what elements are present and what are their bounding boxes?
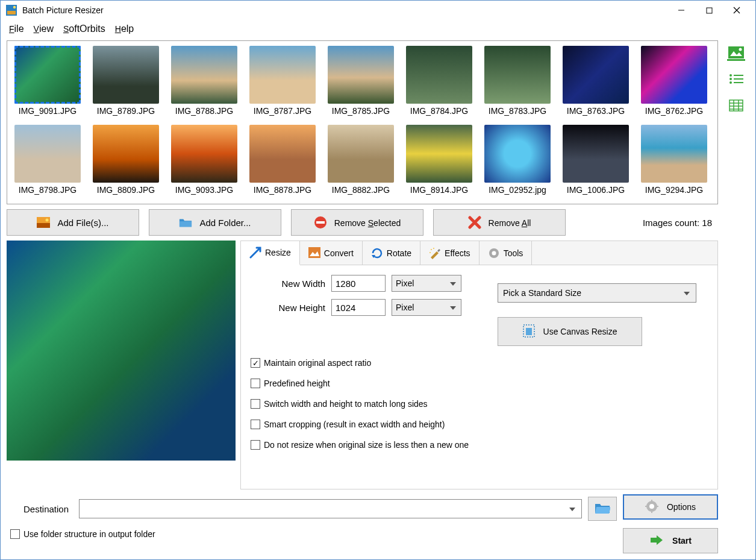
svg-rect-27 xyxy=(656,506,658,507)
resize-icon xyxy=(249,247,261,259)
svg-point-17 xyxy=(430,252,431,253)
tab-convert[interactable]: Convert xyxy=(300,241,363,265)
thumbnail-item[interactable]: IMG_8783.JPG xyxy=(482,46,553,120)
thumbnail-image xyxy=(93,46,159,104)
thumbnail-item[interactable]: IMG_02952.jpg xyxy=(482,125,553,199)
thumbnail-label: IMG_8783.JPG xyxy=(489,106,547,116)
svg-rect-35 xyxy=(734,78,743,80)
new-height-input[interactable] xyxy=(331,299,386,316)
menu-view[interactable]: View xyxy=(34,24,54,34)
thumbnail-image xyxy=(641,46,707,104)
tab-effects[interactable]: Effects xyxy=(420,241,480,265)
thumbnail-label: IMG_8762.JPG xyxy=(645,106,704,116)
folder-structure-checkbox[interactable] xyxy=(10,529,20,539)
app-icon xyxy=(5,4,17,16)
close-button[interactable] xyxy=(723,1,751,19)
view-list-button[interactable] xyxy=(727,72,745,87)
thumbnail-label: IMG_8787.JPG xyxy=(254,106,312,116)
svg-rect-1 xyxy=(7,11,16,14)
chk-predef-checkbox[interactable] xyxy=(251,379,260,388)
thumbnail-item[interactable]: IMG_8762.JPG xyxy=(639,46,710,120)
svg-point-16 xyxy=(433,248,434,249)
thumbnail-grid[interactable]: IMG_9091.JPGIMG_8789.JPGIMG_8788.JPGIMG_… xyxy=(7,40,718,204)
svg-rect-12 xyxy=(308,247,320,258)
destination-label: Destination xyxy=(7,504,73,514)
width-unit-select[interactable]: Pixel xyxy=(392,275,461,292)
chk-switch-checkbox[interactable] xyxy=(251,399,260,409)
add-files-button[interactable]: Add File(s)... xyxy=(7,209,139,236)
folder-icon xyxy=(179,216,192,229)
thumbnail-item[interactable]: IMG_8789.JPG xyxy=(90,46,161,120)
svg-point-15 xyxy=(431,249,432,250)
tab-strip: ResizeConvertRotateEffectsTools xyxy=(241,241,717,265)
thumbnail-item[interactable]: IMG_1006.JPG xyxy=(560,125,631,199)
thumbnail-item[interactable]: IMG_8785.JPG xyxy=(325,46,396,120)
svg-rect-11 xyxy=(316,221,325,224)
chk-smart-row[interactable]: Smart cropping (result in exact width an… xyxy=(251,420,708,429)
thumbnail-item[interactable]: IMG_8809.JPG xyxy=(90,125,161,199)
chk-aspect-checkbox[interactable] xyxy=(251,358,260,368)
thumbnail-label: IMG_9093.JPG xyxy=(175,185,234,195)
chk-aspect-row[interactable]: Maintain original aspect ratio xyxy=(251,358,708,368)
svg-rect-26 xyxy=(645,506,648,507)
folder-structure-checkbox-row[interactable]: Use folder structure in output folder xyxy=(7,529,617,539)
thumbnail-item[interactable]: IMG_9093.JPG xyxy=(169,125,240,199)
maximize-button[interactable] xyxy=(695,1,723,19)
thumbnail-image xyxy=(641,125,707,183)
minimize-button[interactable] xyxy=(667,1,695,19)
images-count: Images count: 18 xyxy=(643,218,718,228)
menu-softorbits[interactable]: SoftOrbits xyxy=(63,24,105,34)
chk-switch-row[interactable]: Switch width and height to match long si… xyxy=(251,399,708,409)
remove-selected-button[interactable]: Remove Selected xyxy=(291,209,423,236)
svg-point-32 xyxy=(729,78,732,80)
thumbnail-item[interactable]: IMG_8878.JPG xyxy=(247,125,318,199)
thumbnail-label: IMG_8784.JPG xyxy=(410,106,469,116)
thumbnail-image xyxy=(14,46,81,104)
svg-rect-24 xyxy=(651,500,652,502)
thumbnail-label: IMG_9294.JPG xyxy=(645,185,704,195)
titlebar: Batch Picture Resizer xyxy=(1,1,755,20)
thumbnail-item[interactable]: IMG_8763.JPG xyxy=(560,46,631,120)
x-icon xyxy=(468,216,481,229)
thumbnail-item[interactable]: IMG_8882.JPG xyxy=(325,125,396,199)
tab-tools[interactable]: Tools xyxy=(480,241,533,265)
thumbnail-image xyxy=(484,46,551,104)
options-button[interactable]: Options xyxy=(623,494,718,520)
standard-size-select[interactable]: Pick a Standard Size xyxy=(498,283,696,303)
view-thumbnails-button[interactable] xyxy=(727,45,745,61)
svg-point-30 xyxy=(739,48,742,51)
thumbnail-image xyxy=(328,125,394,183)
add-folder-button[interactable]: Add Folder... xyxy=(149,209,281,236)
thumbnail-item[interactable]: IMG_8798.JPG xyxy=(12,125,83,199)
thumbnail-item[interactable]: IMG_9091.JPG xyxy=(12,46,83,120)
start-button[interactable]: Start xyxy=(623,528,718,553)
preview-pane xyxy=(7,241,236,461)
destination-combo[interactable] xyxy=(79,499,582,518)
remove-all-button[interactable]: Remove All xyxy=(433,209,566,236)
svg-point-19 xyxy=(492,251,496,255)
thumbnail-image xyxy=(484,125,551,183)
chk-noresize-checkbox[interactable] xyxy=(251,440,260,450)
chk-predef-row[interactable]: Predefined height xyxy=(251,379,708,388)
tab-resize[interactable]: Resize xyxy=(241,241,300,265)
canvas-resize-button[interactable]: Use Canvas Resize xyxy=(498,317,642,346)
menu-file[interactable]: File xyxy=(9,24,24,34)
new-height-label: New Height xyxy=(251,303,325,313)
thumbnail-label: IMG_8914.JPG xyxy=(410,185,469,195)
chk-noresize-row[interactable]: Do not resize when original size is less… xyxy=(251,440,708,450)
height-unit-select[interactable]: Pixel xyxy=(392,299,461,316)
thumbnail-label: IMG_8878.JPG xyxy=(254,185,312,195)
thumbnail-item[interactable]: IMG_8914.JPG xyxy=(404,125,475,199)
thumbnail-item[interactable]: IMG_8784.JPG xyxy=(404,46,475,120)
chk-smart-checkbox[interactable] xyxy=(251,420,260,429)
remove-all-label: Remove All xyxy=(489,218,531,228)
view-details-button[interactable] xyxy=(727,98,745,114)
tab-rotate[interactable]: Rotate xyxy=(363,241,420,265)
new-width-input[interactable] xyxy=(331,275,386,292)
thumbnail-item[interactable]: IMG_8788.JPG xyxy=(169,46,240,120)
menu-help[interactable]: Help xyxy=(115,24,134,34)
svg-rect-25 xyxy=(651,511,652,513)
browse-destination-button[interactable] xyxy=(588,497,617,521)
thumbnail-item[interactable]: IMG_8787.JPG xyxy=(247,46,318,120)
thumbnail-item[interactable]: IMG_9294.JPG xyxy=(639,125,710,199)
